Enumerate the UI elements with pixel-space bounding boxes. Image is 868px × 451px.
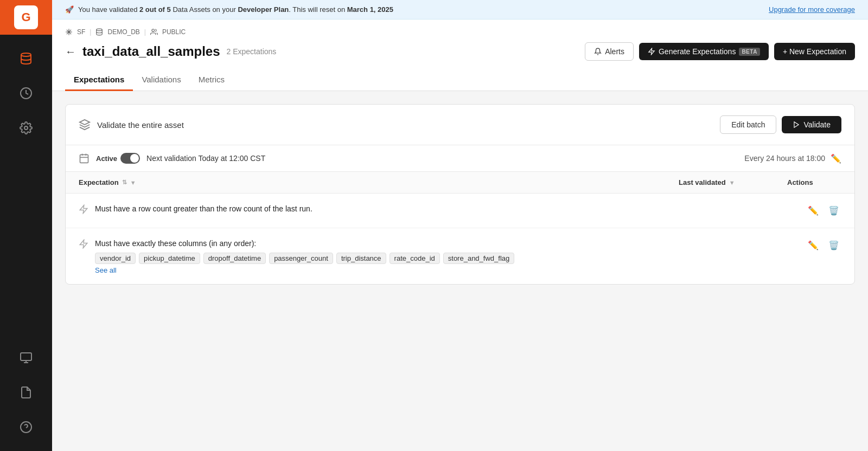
- table-row: Must have exactly these columns (in any …: [66, 228, 854, 284]
- page-header: SF | DEMO_DB | PUBLIC ← taxi_data_all_sa…: [52, 20, 868, 91]
- svg-marker-17: [794, 122, 799, 128]
- sidebar-item-settings[interactable]: [11, 113, 41, 143]
- expectation-left-2: Must have exactly these columns (in any …: [79, 238, 679, 274]
- validate-asset-text: Validate the entire asset: [97, 120, 184, 130]
- tag-store-fwd-flag: store_and_fwd_flag: [443, 253, 514, 264]
- alerts-button[interactable]: Alerts: [585, 42, 634, 61]
- svg-marker-16: [80, 120, 90, 125]
- header-row: ← taxi_data_all_samples 2 Expectations A…: [65, 42, 855, 61]
- upgrade-link[interactable]: Upgrade for more coverage: [769, 5, 855, 14]
- logo-icon: G: [14, 5, 38, 29]
- users-icon: [150, 28, 158, 36]
- main-card: Validate the entire asset Edit batch Val…: [65, 104, 855, 285]
- edit-schedule-button[interactable]: ✏️: [831, 153, 841, 164]
- edit-batch-button[interactable]: Edit batch: [720, 115, 776, 134]
- sidebar-item-history[interactable]: [11, 78, 41, 108]
- tag-pickup-datetime: pickup_datetime: [139, 253, 200, 264]
- table-row: Must have a row count greater than the r…: [66, 194, 854, 228]
- breadcrumb-schema: PUBLIC: [162, 28, 186, 36]
- validate-button[interactable]: Validate: [782, 116, 841, 133]
- rocket-icon: 🚀: [65, 5, 74, 14]
- tag-passenger-count: passenger_count: [269, 253, 333, 264]
- sidebar: G: [0, 0, 52, 451]
- tabs: Expectations Validations Metrics: [65, 69, 855, 91]
- toggle-switch[interactable]: [120, 153, 140, 164]
- validate-actions: Edit batch Validate: [720, 115, 841, 134]
- delete-expectation-1-button[interactable]: 🗑️: [826, 203, 841, 218]
- schedule-right: Every 24 hours at 18:00 ✏️: [744, 153, 841, 164]
- active-toggle[interactable]: Active: [96, 153, 140, 164]
- edit-expectation-2-button[interactable]: ✏️: [806, 238, 821, 253]
- svg-marker-23: [80, 240, 87, 248]
- svg-rect-3: [21, 353, 31, 360]
- see-all-link[interactable]: See all: [95, 266, 514, 274]
- tag-rate-code-id: rate_code_id: [390, 253, 440, 264]
- header-actions: Alerts Generate Expectations BETA + New …: [585, 42, 855, 61]
- expectation-content-2: Must have exactly these columns (in any …: [95, 238, 514, 274]
- breadcrumb: SF | DEMO_DB | PUBLIC: [65, 28, 855, 36]
- generate-expectations-button[interactable]: Generate Expectations BETA: [639, 43, 769, 60]
- schedule-left: Active Next validation Today at 12:00 CS…: [79, 153, 265, 164]
- calendar-icon: [79, 153, 90, 164]
- filter-last-validated-icon[interactable]: ▼: [729, 179, 735, 186]
- column-tags: vendor_id pickup_datetime dropoff_dateti…: [95, 253, 514, 264]
- content-area: Validate the entire asset Edit batch Val…: [52, 91, 868, 451]
- sidebar-nav: [11, 35, 41, 343]
- actions-1: ✏️ 🗑️: [787, 203, 841, 218]
- tag-dropoff-datetime: dropoff_datetime: [203, 253, 266, 264]
- svg-point-13: [97, 29, 103, 31]
- tab-validations[interactable]: Validations: [133, 69, 189, 91]
- svg-point-14: [152, 29, 155, 32]
- th-expectation: Expectation ⇅ ▼: [79, 178, 679, 186]
- frequency-text: Every 24 hours at 18:00: [744, 154, 825, 163]
- svg-rect-18: [80, 154, 88, 163]
- delete-expectation-2-button[interactable]: 🗑️: [826, 238, 841, 253]
- expectation-count: 2 Expectations: [227, 47, 277, 56]
- sort-icon[interactable]: ⇅: [122, 179, 127, 186]
- play-icon: [793, 121, 800, 128]
- sidebar-logo: G: [0, 0, 52, 35]
- validate-left: Validate the entire asset: [79, 119, 184, 131]
- edit-expectation-1-button[interactable]: ✏️: [806, 203, 821, 218]
- bell-icon: [594, 48, 602, 55]
- th-last-validated: Last validated ▼: [679, 178, 787, 186]
- expectation-text-1: Must have a row count greater than the r…: [95, 203, 312, 215]
- actions-2: ✏️ 🗑️: [787, 238, 841, 253]
- svg-point-2: [24, 126, 28, 130]
- th-actions: Actions: [787, 178, 841, 186]
- filter-icon[interactable]: ▼: [130, 179, 136, 186]
- lightning-icon-1: [79, 204, 88, 216]
- svg-marker-15: [649, 48, 655, 55]
- svg-marker-22: [80, 205, 87, 214]
- sidebar-item-help[interactable]: [11, 412, 41, 442]
- banner-text: 🚀 You have validated 2 out of 5 Data Ass…: [65, 5, 393, 14]
- tag-trip-distance: trip_distance: [336, 253, 386, 264]
- lightning-icon: [648, 48, 655, 55]
- tab-metrics[interactable]: Metrics: [190, 69, 233, 91]
- schedule-row: Active Next validation Today at 12:00 CS…: [66, 145, 854, 172]
- header-left: ← taxi_data_all_samples 2 Expectations: [65, 44, 276, 59]
- lightning-icon-2: [79, 239, 88, 251]
- expectation-left-1: Must have a row count greater than the r…: [79, 203, 679, 216]
- layers-icon: [79, 119, 91, 131]
- tag-vendor-id: vendor_id: [95, 253, 136, 264]
- svg-point-0: [21, 53, 31, 56]
- top-banner: 🚀 You have validated 2 out of 5 Data Ass…: [52, 0, 868, 20]
- schedule-text: Next validation Today at 12:00 CST: [146, 154, 265, 163]
- active-label: Active: [96, 154, 117, 163]
- table-header: Expectation ⇅ ▼ Last validated ▼ Actions: [66, 172, 854, 194]
- breadcrumb-db: DEMO_DB: [107, 28, 139, 36]
- sidebar-bottom: [11, 343, 41, 451]
- database-icon: [95, 28, 103, 36]
- tab-expectations[interactable]: Expectations: [65, 69, 133, 91]
- banner-message: You have validated 2 out of 5 Data Asset…: [78, 5, 393, 14]
- back-button[interactable]: ←: [65, 46, 76, 58]
- sidebar-item-data[interactable]: [11, 43, 41, 74]
- new-expectation-button[interactable]: + New Expectation: [774, 43, 855, 60]
- main-content: 🚀 You have validated 2 out of 5 Data Ass…: [52, 0, 868, 451]
- sidebar-item-docs[interactable]: [11, 377, 41, 408]
- snowflake-icon: [65, 28, 73, 36]
- breadcrumb-sf: SF: [77, 28, 85, 36]
- page-title: taxi_data_all_samples: [82, 44, 220, 59]
- sidebar-item-monitor[interactable]: [11, 343, 41, 373]
